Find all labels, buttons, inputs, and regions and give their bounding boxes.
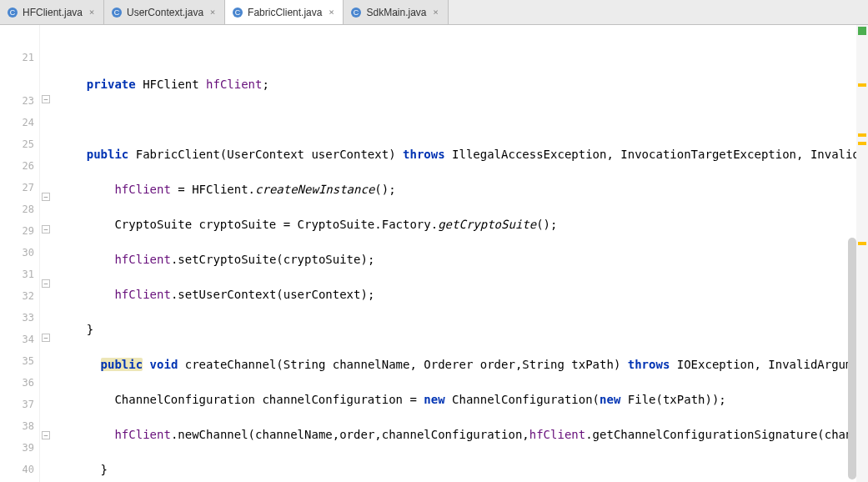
warning-marker[interactable] [858,142,866,145]
line-number: 27 [0,177,34,198]
tab-label: SdkMain.java [366,7,426,18]
line-number: 39 [0,437,34,459]
line-number: 32 [0,285,34,307]
line-number [0,25,34,47]
line-number: 36 [0,372,34,394]
class-icon: C [232,7,243,18]
code-area[interactable]: private HFClient hfClient; public Fabric… [52,25,856,482]
line-number: 33 [0,307,34,329]
class-icon: C [7,7,18,18]
fold-toggle-icon[interactable]: − [42,334,50,342]
fold-toggle-icon[interactable]: − [42,279,50,288]
tab-sdkmain[interactable]: C SdkMain.java × [344,0,448,24]
tab-hfclient[interactable]: C HFClient.java × [0,0,104,24]
line-number: 40 [0,459,34,480]
class-icon: C [350,7,362,18]
line-number: 37 [0,394,34,415]
line-number: 21 [0,47,34,68]
line-number: 35 [0,350,34,372]
svg-text:C: C [354,8,359,17]
line-number: 34 [0,329,34,350]
line-number: 23 [0,90,34,112]
tab-fabricclient[interactable]: C FabricClient.java × [225,0,344,24]
close-icon[interactable]: × [431,8,441,18]
close-icon[interactable]: × [87,8,97,18]
tab-label: FabricClient.java [248,7,322,18]
line-number: 31 [0,264,34,285]
svg-text:C: C [235,8,241,17]
vertical-scrollbar[interactable] [848,238,856,479]
line-number: 26 [0,155,34,177]
inspection-indicator-icon [858,27,866,35]
warning-marker[interactable] [858,133,866,137]
line-number: 25 [0,133,34,155]
fold-toggle-icon[interactable]: − [42,95,50,103]
class-icon: C [111,7,123,18]
error-stripe[interactable] [856,25,868,482]
line-number: 38 [0,415,34,437]
editor: 21 23 24 25 26 27 28 29 30 31 32 33 34 3… [0,25,868,482]
tab-label: HFClient.java [23,7,83,18]
line-number: 29 [0,220,34,242]
warning-marker[interactable] [858,83,866,87]
tab-label: UserContext.java [127,7,203,18]
line-number [0,68,34,90]
line-number: 28 [0,198,34,220]
svg-text:C: C [10,8,16,17]
tab-usercontext[interactable]: C UserContext.java × [104,0,225,24]
fold-toggle-icon[interactable]: − [42,225,50,233]
editor-tabs: C HFClient.java × C UserContext.java × C… [0,0,868,25]
svg-text:C: C [114,8,120,17]
fold-toggle-icon[interactable]: − [42,193,50,201]
fold-toggle-icon[interactable]: − [42,431,50,439]
fold-gutter: − − − − − − [40,25,52,482]
line-number-gutter: 21 23 24 25 26 27 28 29 30 31 32 33 34 3… [0,25,40,482]
warning-marker[interactable] [858,242,866,245]
close-icon[interactable]: × [208,8,218,18]
line-number: 30 [0,242,34,264]
close-icon[interactable]: × [326,8,336,18]
line-number: 24 [0,112,34,133]
